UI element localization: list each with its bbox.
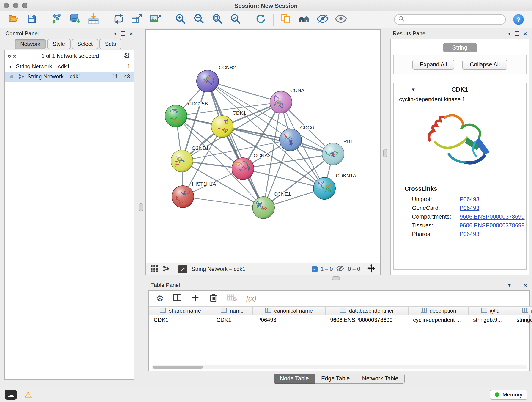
crosslink-value[interactable]: 9606.ENSP00000378699 bbox=[460, 213, 525, 220]
panel-float-icon[interactable] bbox=[121, 31, 125, 36]
gear-icon[interactable]: ⚙ bbox=[123, 52, 130, 60]
panel-close-icon[interactable]: × bbox=[524, 282, 527, 288]
network-edge[interactable] bbox=[208, 81, 264, 208]
detach-view-button[interactable]: ↗ bbox=[178, 265, 187, 273]
toolbar-separator bbox=[44, 13, 44, 26]
network-canvas[interactable]: CCNB2CCNA1CDC25BCDK1CDC6RB1CCNB1CCNA2CDK… bbox=[146, 30, 380, 263]
column-header[interactable]: namespac bbox=[512, 306, 532, 315]
cloud-icon[interactable]: ☁ bbox=[5, 390, 17, 400]
network-node-cdkn1a[interactable] bbox=[313, 177, 336, 199]
network-node-ccna1[interactable] bbox=[270, 91, 292, 113]
tab-select[interactable]: Select bbox=[72, 39, 98, 49]
panel-float-icon[interactable] bbox=[515, 31, 519, 36]
panel-collapse-icon[interactable]: ▾ bbox=[114, 31, 117, 36]
network-overview-button[interactable] bbox=[296, 12, 313, 27]
collapse-gene-icon[interactable]: ▼ bbox=[411, 87, 416, 92]
memory-button[interactable]: Memory bbox=[490, 390, 527, 400]
zoom-out-button[interactable] bbox=[190, 12, 208, 27]
column-icon bbox=[522, 307, 528, 314]
hidden-edges-icon[interactable] bbox=[336, 265, 345, 273]
expand-all-button[interactable]: Expand All bbox=[413, 60, 454, 70]
crosslink-value[interactable]: P06493 bbox=[460, 231, 479, 237]
network-node-cdk1[interactable] bbox=[211, 115, 233, 138]
splitter-handle[interactable] bbox=[139, 203, 143, 211]
collapse-all-button[interactable]: Collapse All bbox=[462, 60, 507, 70]
import-network-button[interactable] bbox=[48, 12, 65, 27]
crosslink-value[interactable]: P06493 bbox=[460, 196, 479, 202]
network-edge[interactable] bbox=[183, 197, 264, 208]
network-node-ccnb2[interactable] bbox=[196, 70, 219, 92]
splitter-handle[interactable] bbox=[383, 149, 387, 157]
network-node-rb1[interactable] bbox=[322, 143, 344, 165]
network-node-cdc25b[interactable] bbox=[165, 105, 187, 127]
network-node-ccna2[interactable] bbox=[232, 158, 254, 180]
node-label-ccne1: CCNE1 bbox=[274, 191, 291, 197]
tab-string[interactable]: String bbox=[443, 43, 477, 52]
column-header[interactable]: name bbox=[212, 306, 253, 315]
column-header[interactable]: description bbox=[409, 306, 469, 315]
tab-edge-table[interactable]: Edge Table bbox=[315, 374, 356, 384]
add-column-icon[interactable] bbox=[191, 293, 200, 304]
tab-sets[interactable]: Sets bbox=[99, 39, 121, 49]
panel-close-icon[interactable]: × bbox=[129, 31, 133, 36]
save-session-button[interactable] bbox=[23, 12, 40, 27]
expander-icon[interactable]: ▼ bbox=[8, 64, 13, 69]
tab-node-table[interactable]: Node Table bbox=[273, 374, 315, 384]
column-header[interactable]: shared name bbox=[149, 306, 212, 315]
panel-collapse-icon[interactable]: ▾ bbox=[508, 283, 511, 288]
zoom-selected-button[interactable] bbox=[227, 12, 244, 27]
show-graphics-details-button[interactable] bbox=[332, 12, 350, 27]
table-settings-gear-icon[interactable]: ⚙ bbox=[156, 294, 164, 303]
toolbar-search[interactable] bbox=[394, 14, 506, 25]
zoom-fit-button[interactable] bbox=[209, 12, 226, 27]
gene-header-row[interactable]: ▼ CDK1 bbox=[394, 83, 526, 95]
crosslink-value[interactable]: 9606.ENSP00000378699 bbox=[460, 222, 525, 229]
open-session-button[interactable] bbox=[5, 12, 22, 27]
column-header[interactable]: database identifier bbox=[326, 306, 409, 315]
tab-network[interactable]: Network bbox=[15, 39, 46, 49]
network-node-hist1h1a[interactable] bbox=[172, 186, 194, 208]
panel-collapse-icon[interactable]: ▾ bbox=[508, 31, 511, 36]
crosslink-row: Tissues: 9606.ENSP00000378699 bbox=[394, 221, 526, 230]
table-horizontal-scrollbar[interactable] bbox=[152, 365, 527, 369]
collapse-all-icon[interactable]: « bbox=[12, 54, 19, 57]
splitter-handle[interactable] bbox=[332, 276, 340, 280]
selected-nodes-icon[interactable]: ✓ bbox=[311, 266, 317, 272]
network-node-ccne1[interactable] bbox=[253, 197, 274, 219]
table-row[interactable]: CDK1CDK1P064939606.ENSP00000378699cyclin… bbox=[149, 315, 532, 324]
tab-network-table[interactable]: Network Table bbox=[355, 374, 405, 384]
birds-eye-icon[interactable] bbox=[367, 264, 376, 274]
table-cell: CDK1 bbox=[149, 315, 212, 324]
column-header[interactable]: canonical name bbox=[253, 306, 326, 315]
node-label-cdc6: CDC6 bbox=[300, 125, 314, 130]
hide-graphics-details-button[interactable] bbox=[314, 12, 331, 27]
zoom-in-button[interactable] bbox=[172, 12, 189, 27]
crosslink-value[interactable]: P06493 bbox=[460, 205, 479, 211]
import-network-database-button[interactable] bbox=[66, 12, 84, 27]
copy-button[interactable] bbox=[277, 12, 295, 27]
export-network-button[interactable] bbox=[128, 12, 146, 27]
delete-column-trash-icon[interactable] bbox=[209, 293, 218, 304]
tab-style[interactable]: Style bbox=[47, 39, 70, 49]
panel-float-icon[interactable] bbox=[515, 283, 519, 287]
warning-icon[interactable]: ⚠ bbox=[24, 390, 32, 399]
panel-close-icon[interactable]: × bbox=[524, 31, 527, 36]
network-collection-row[interactable]: ▼ String Network – cdk1 1 bbox=[5, 61, 134, 71]
search-input[interactable] bbox=[405, 16, 502, 23]
network-icon[interactable] bbox=[162, 265, 170, 274]
network-node-cdc6[interactable] bbox=[279, 129, 302, 151]
apply-layout-button[interactable] bbox=[252, 12, 269, 27]
image-export-icon bbox=[149, 13, 161, 26]
import-table-button[interactable] bbox=[85, 12, 102, 27]
help-button[interactable]: ? bbox=[513, 14, 524, 25]
show-columns-icon[interactable] bbox=[173, 293, 182, 304]
column-header[interactable]: @id bbox=[469, 306, 512, 315]
column-icon bbox=[481, 307, 487, 314]
export-image-button[interactable] bbox=[147, 12, 164, 27]
scrollbar-thumb[interactable] bbox=[152, 366, 203, 369]
node-label-cdk1: CDK1 bbox=[233, 110, 246, 116]
grid-view-icon[interactable] bbox=[150, 265, 158, 273]
new-network-from-selection-button[interactable] bbox=[110, 12, 127, 27]
network-node-ccnb1[interactable] bbox=[171, 150, 193, 172]
network-row[interactable]: String Network – cdk1 11 48 bbox=[5, 71, 134, 82]
